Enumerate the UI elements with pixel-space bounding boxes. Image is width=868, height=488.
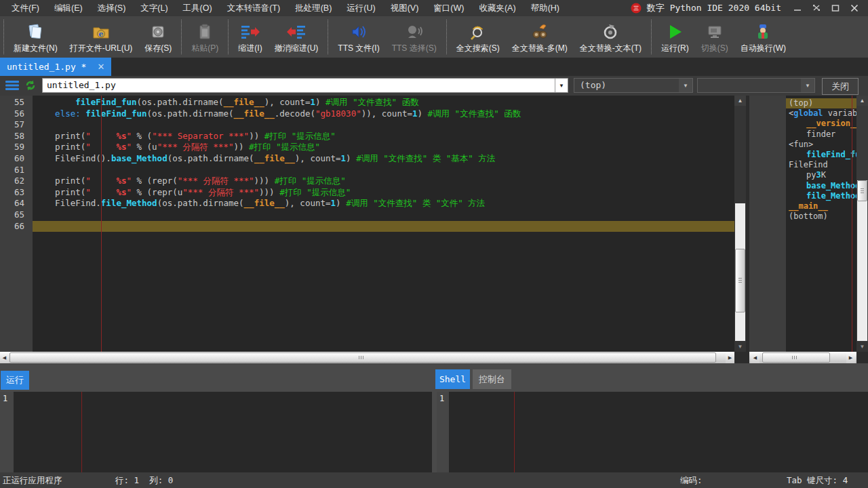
- code-line-61[interactable]: [33, 165, 734, 176]
- scroll-left-icon[interactable]: ◀: [0, 352, 9, 363]
- toolbar-separator: [328, 20, 328, 54]
- svg-text:e: e: [99, 30, 104, 39]
- menu-item-view[interactable]: 视图(V): [383, 0, 427, 17]
- search-all-button[interactable]: 全文搜索(S): [450, 16, 506, 58]
- output-panel-left[interactable]: 1: [0, 392, 432, 472]
- code-line-64[interactable]: FileFind.file_Method(os.path.dirname(__f…: [33, 198, 734, 209]
- secondary-combobox-value: [698, 79, 801, 92]
- code-line-60[interactable]: FileFind().base_Method(os.path.dirname(_…: [33, 153, 734, 165]
- structure-vertical-scrollbar[interactable]: ▲ ▼: [856, 96, 868, 352]
- menu-item-favorites[interactable]: 收藏夹(A): [471, 0, 523, 17]
- output-panel-divider[interactable]: [432, 392, 437, 472]
- new-file-button[interactable]: 新建文件(N): [7, 16, 64, 58]
- tab-close-icon[interactable]: ✕: [97, 62, 104, 72]
- code-line-58[interactable]: print(" %s" % ("*** Separator ***")) #打印…: [33, 131, 734, 142]
- code-line-66[interactable]: [33, 221, 734, 232]
- scroll-right-icon[interactable]: ▶: [726, 352, 734, 363]
- structure-panel[interactable]: 1(top)2<global variables>3__version__4fi…: [749, 96, 856, 352]
- structure-scrollbar-thumb[interactable]: [857, 180, 867, 201]
- new-file-icon: [26, 21, 44, 43]
- open-file-url-button[interactable]: e打开文件-URL(U): [64, 16, 139, 58]
- code-line-57[interactable]: [33, 119, 734, 131]
- code-line-63[interactable]: print(" %s" % (repr(u"*** 分隔符 ***"))) #打…: [33, 187, 734, 199]
- tab-shell[interactable]: Shell: [435, 369, 470, 389]
- restore-button[interactable]: [808, 2, 825, 14]
- run-button[interactable]: 运行(R): [655, 16, 695, 58]
- scope-combobox[interactable]: (top) ▼: [574, 78, 693, 93]
- code-token: )), count=: [361, 108, 412, 119]
- chevron-down-icon[interactable]: ▼: [679, 79, 692, 92]
- status-encoding: 编码:: [680, 475, 703, 487]
- run-shell-button[interactable]: 运行: [1, 371, 29, 390]
- toolbar-separator: [3, 20, 4, 54]
- scroll-up-icon[interactable]: ▲: [734, 96, 746, 106]
- replace-text-button[interactable]: 全文替换-文本(T): [574, 16, 648, 58]
- word-wrap-button[interactable]: 自动换行(W): [734, 16, 792, 58]
- code-area[interactable]: fileFind_fun(os.path.dirname(__file__), …: [33, 96, 734, 352]
- menu-item-help[interactable]: 帮助(H): [524, 0, 567, 17]
- menu-item-text-to-speech[interactable]: 文本转语音(T): [220, 0, 288, 17]
- tts-file-button[interactable]: TTS 文件(I): [332, 16, 385, 58]
- code-line-65[interactable]: [33, 209, 734, 221]
- hamburger-menu-icon[interactable]: [5, 80, 19, 94]
- structure-item-label: <global variables>: [786, 108, 856, 119]
- menu-item-tools[interactable]: 工具(O): [176, 0, 220, 17]
- menu-item-edit[interactable]: 编辑(E): [47, 0, 90, 17]
- indent-button-label: 缩进(I): [238, 43, 262, 54]
- menu-item-file[interactable]: 文件(F): [4, 0, 47, 17]
- menu-item-select[interactable]: 选择(S): [90, 0, 134, 17]
- code-token: __main__: [789, 201, 828, 211]
- save-button[interactable]: 保存(S): [138, 16, 178, 58]
- menu-item-batch[interactable]: 批处理(B): [288, 0, 339, 17]
- new-file-button-label: 新建文件(N): [14, 43, 58, 54]
- editor-tab[interactable]: untitled_1.py * ✕: [0, 58, 111, 76]
- scroll-down-icon[interactable]: ▼: [856, 342, 868, 352]
- menu-item-text[interactable]: 文字(L): [133, 0, 175, 17]
- code-line-55[interactable]: fileFind_fun(os.path.dirname(__file__), …: [33, 97, 734, 108]
- scroll-left-icon[interactable]: ◀: [751, 352, 760, 363]
- menu-item-run[interactable]: 运行(U): [339, 0, 382, 17]
- editor-vertical-scrollbar[interactable]: ▲ ▼: [734, 96, 746, 352]
- output-panel-right[interactable]: 1: [437, 392, 868, 472]
- ruler-line: [852, 96, 852, 352]
- structure-item-label: (bottom): [786, 211, 856, 222]
- replace-multi-button-label: 全文替换-多(M): [512, 43, 568, 54]
- structure-hscroll-thumb[interactable]: [762, 352, 830, 363]
- tab-console[interactable]: 控制台: [473, 369, 511, 389]
- output-line-number: 1: [0, 392, 14, 472]
- scroll-right-icon[interactable]: ▶: [846, 352, 855, 363]
- line-number: 59: [0, 142, 33, 153]
- code-token: ": [126, 131, 132, 141]
- indent-button[interactable]: 缩进(I): [232, 16, 268, 58]
- maximize-button[interactable]: [827, 2, 844, 14]
- line-number: 61: [0, 165, 33, 176]
- code-token: (os.path.dirname(: [147, 108, 234, 119]
- code-token: 1: [310, 97, 315, 107]
- unindent-button[interactable]: 撤消缩进(U): [269, 16, 325, 58]
- switch-button-label: 切换(S): [701, 43, 728, 54]
- menu-item-window[interactable]: 窗口(W): [426, 0, 471, 17]
- refresh-icon[interactable]: [24, 79, 37, 94]
- structure-item-label: fileFind_fun: [786, 150, 856, 160]
- editor-horizontal-scrollbar[interactable]: ◀ ▶: [0, 352, 734, 363]
- chevron-down-icon[interactable]: ▼: [801, 79, 814, 92]
- close-button[interactable]: [846, 2, 863, 14]
- scroll-up-icon[interactable]: ▲: [856, 96, 868, 106]
- structure-horizontal-scrollbar[interactable]: ◀ ▶: [749, 352, 856, 363]
- code-editor[interactable]: 555657585960616263646566 fileFind_fun(os…: [0, 96, 734, 352]
- chevron-down-icon[interactable]: ▼: [555, 79, 568, 92]
- code-token: FileFind().: [35, 153, 111, 163]
- code-token: (os.path.dirname(: [157, 198, 244, 208]
- minimize-button[interactable]: [789, 2, 806, 14]
- close-editor-button[interactable]: 关闭: [822, 78, 859, 95]
- scroll-down-icon[interactable]: ▼: [734, 342, 746, 352]
- code-line-59[interactable]: print(" %s" % (u"*** 分隔符 ***")) #打印 "提示信…: [33, 142, 734, 153]
- code-line-56[interactable]: else: fileFind_fun(os.path.dirname(__fil…: [33, 108, 734, 120]
- editor-hscroll-thumb[interactable]: [9, 352, 716, 363]
- code-token: .decode(: [275, 108, 315, 119]
- secondary-combobox[interactable]: ▼: [697, 78, 815, 93]
- editor-scrollbar-thumb[interactable]: [735, 249, 745, 312]
- file-selector-combobox[interactable]: untitled_1.py ▼: [42, 78, 568, 93]
- code-line-62[interactable]: print(" %s" % (repr("*** 分隔符 ***"))) #打印…: [33, 176, 734, 187]
- replace-multi-button[interactable]: 全文替换-多(M): [506, 16, 574, 58]
